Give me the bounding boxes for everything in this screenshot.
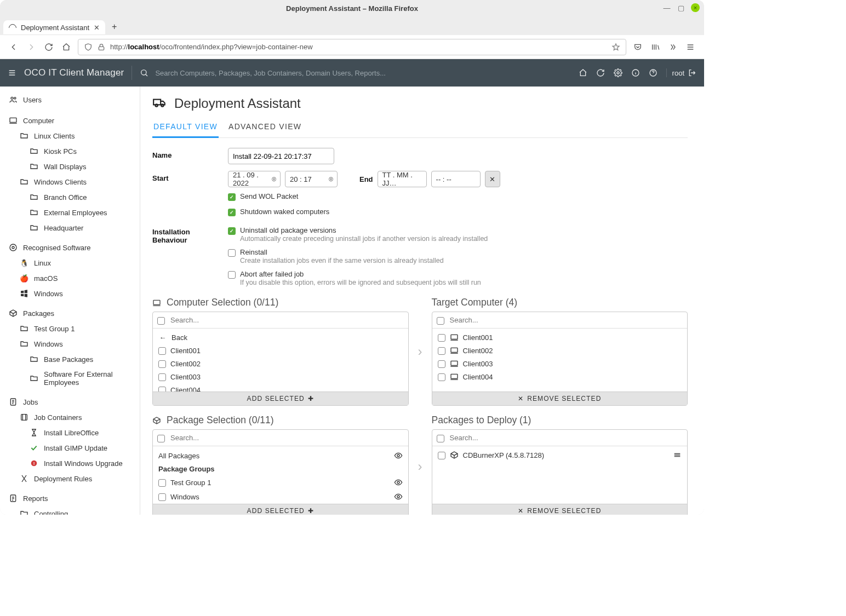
- sidebar-item-deployment-rules[interactable]: Deployment Rules: [0, 471, 140, 486]
- sidebar-item-windows-sw[interactable]: Windows: [0, 286, 140, 301]
- browser-tab[interactable]: Deployment Assistant ✕: [3, 20, 105, 35]
- sidebar-item-sw-external[interactable]: Software For External Employees: [0, 367, 140, 390]
- tab-default-view[interactable]: DEFAULT VIEW: [152, 119, 219, 138]
- os-close-button[interactable]: ×: [691, 3, 700, 12]
- remove-selected-button[interactable]: ✕REMOVE SELECTED: [432, 392, 688, 405]
- list-item[interactable]: Client002: [153, 357, 408, 370]
- wol-checkbox[interactable]: [228, 193, 236, 201]
- back-button[interactable]: ←Back: [153, 331, 408, 344]
- tab-close-button[interactable]: ✕: [94, 24, 100, 32]
- item-checkbox[interactable]: [438, 373, 445, 381]
- all-packages-row[interactable]: All Packages: [153, 448, 408, 463]
- list-item[interactable]: Windows: [153, 490, 408, 504]
- sidebar-item-pkg-windows[interactable]: Windows: [0, 336, 140, 352]
- sidebar-item-wall-displays[interactable]: Wall Displays: [0, 159, 140, 174]
- sidebar-item-kiosk-pcs[interactable]: Kiosk PCs: [0, 143, 140, 159]
- name-input[interactable]: [228, 148, 334, 164]
- browser-menu-button[interactable]: [684, 41, 696, 53]
- pkg-select-all-checkbox[interactable]: [157, 435, 165, 442]
- list-item[interactable]: Test Group 1: [153, 475, 408, 490]
- sidebar-item-install-win-upgrade[interactable]: !Install Windows Upgrade: [0, 456, 140, 471]
- pocket-icon[interactable]: [632, 41, 644, 53]
- start-time-input[interactable]: 20 : 17⊗: [285, 171, 338, 187]
- item-checkbox[interactable]: [438, 334, 445, 342]
- end-clear-button[interactable]: ✕: [485, 171, 500, 187]
- sidebar-item-computer[interactable]: Computer: [0, 113, 140, 128]
- sidebar-item-controlling[interactable]: Controlling: [0, 506, 140, 515]
- list-item[interactable]: Client001: [153, 344, 408, 357]
- sidebar-item-packages[interactable]: Packages: [0, 306, 140, 321]
- sidebar-item-base-packages[interactable]: Base Packages: [0, 352, 140, 367]
- url-bar[interactable]: http://localhost/oco/frontend/index.php?…: [78, 39, 626, 55]
- help-icon[interactable]: [649, 68, 658, 77]
- deploy-search-input[interactable]: [449, 433, 683, 442]
- item-checkbox[interactable]: [438, 452, 445, 459]
- library-icon[interactable]: [649, 41, 661, 53]
- item-checkbox[interactable]: [438, 360, 445, 368]
- info-icon[interactable]: [631, 68, 640, 77]
- chevrons-right-icon[interactable]: [667, 41, 679, 53]
- item-checkbox[interactable]: [158, 360, 166, 368]
- deploy-select-all-checkbox[interactable]: [437, 435, 444, 442]
- clear-start-date-icon[interactable]: ⊗: [271, 175, 277, 183]
- sidebar-item-reports[interactable]: Reports: [0, 491, 140, 506]
- add-selected-button[interactable]: ADD SELECTED✚: [153, 392, 408, 405]
- list-item[interactable]: Client003: [153, 370, 408, 383]
- sidebar-item-branch-office[interactable]: Branch Office: [0, 189, 140, 205]
- sidebar-item-jobs[interactable]: Jobs: [0, 394, 140, 410]
- sidebar-item-linux[interactable]: 🐧Linux: [0, 255, 140, 270]
- forward-button[interactable]: [25, 41, 37, 53]
- sidebar-item-job-containers[interactable]: Job Containers: [0, 410, 140, 425]
- tab-advanced-view[interactable]: ADVANCED VIEW: [227, 119, 302, 137]
- new-tab-button[interactable]: +: [108, 19, 120, 35]
- refresh-icon[interactable]: [596, 68, 605, 77]
- reinstall-checkbox[interactable]: [228, 249, 236, 257]
- sidebar-item-install-libreoffice[interactable]: Install LibreOffice: [0, 425, 140, 440]
- comp-select-all-checkbox[interactable]: [157, 317, 165, 325]
- end-time-input[interactable]: -- : --: [431, 171, 481, 187]
- deploy-remove-selected-button[interactable]: ✕REMOVE SELECTED: [432, 504, 688, 515]
- eye-icon[interactable]: [394, 492, 403, 501]
- end-date-input[interactable]: TT . MM . JJ…: [378, 171, 427, 187]
- uninstall-checkbox[interactable]: [228, 227, 236, 235]
- target-search-input[interactable]: [449, 315, 683, 325]
- pkg-add-selected-button[interactable]: ADD SELECTED✚: [153, 504, 408, 515]
- list-item[interactable]: Client003: [432, 357, 688, 370]
- home-button[interactable]: [60, 41, 72, 53]
- item-checkbox[interactable]: [158, 373, 166, 381]
- sidebar-item-test-group[interactable]: Test Group 1: [0, 321, 140, 336]
- target-select-all-checkbox[interactable]: [437, 317, 444, 325]
- logout-icon[interactable]: [688, 68, 696, 77]
- pkg-search-input[interactable]: [169, 433, 404, 442]
- sidebar-item-recognised-software[interactable]: Recognised Software: [0, 240, 140, 255]
- comp-search-input[interactable]: [169, 315, 404, 325]
- os-max-button[interactable]: ▢: [677, 3, 685, 12]
- sidebar-item-linux-clients[interactable]: Linux Clients: [0, 128, 140, 143]
- drag-handle-icon[interactable]: [673, 451, 682, 459]
- list-item[interactable]: Client004: [153, 383, 408, 392]
- eye-icon[interactable]: [394, 478, 403, 487]
- list-item[interactable]: CDBurnerXP (4.5.8.7128): [432, 448, 688, 462]
- clear-start-time-icon[interactable]: ⊗: [328, 175, 334, 183]
- home-icon[interactable]: [579, 68, 587, 77]
- item-checkbox[interactable]: [158, 493, 166, 501]
- sidebar-item-macos[interactable]: 🍎macOS: [0, 270, 140, 286]
- item-checkbox[interactable]: [158, 387, 166, 392]
- item-checkbox[interactable]: [158, 479, 166, 487]
- sidebar-item-install-gimp[interactable]: Install GIMP Update: [0, 440, 140, 456]
- sidebar-item-headquarter[interactable]: Headquarter: [0, 220, 140, 235]
- sidebar-item-external-employees[interactable]: External Employees: [0, 205, 140, 220]
- os-min-button[interactable]: —: [662, 3, 671, 12]
- item-checkbox[interactable]: [158, 347, 166, 355]
- settings-icon[interactable]: [614, 68, 622, 77]
- bookmark-star-icon[interactable]: [611, 43, 620, 51]
- list-item[interactable]: Client004: [432, 370, 688, 383]
- back-button[interactable]: [8, 41, 20, 53]
- list-item[interactable]: Client002: [432, 344, 688, 357]
- list-item[interactable]: Client001: [432, 331, 688, 344]
- reload-button[interactable]: [43, 41, 55, 53]
- eye-icon[interactable]: [394, 451, 403, 460]
- start-date-input[interactable]: 21 . 09 . 2022⊗: [228, 171, 281, 187]
- item-checkbox[interactable]: [438, 347, 445, 355]
- app-search-input[interactable]: [154, 68, 570, 78]
